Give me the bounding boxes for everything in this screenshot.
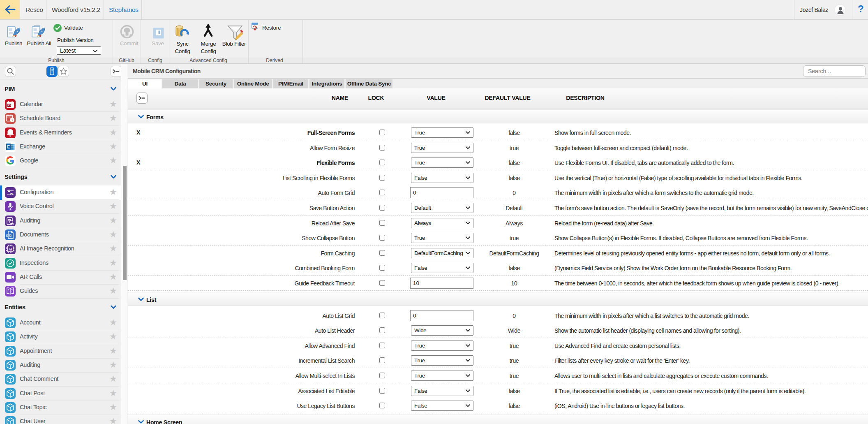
svg-text:E: E: [7, 145, 10, 149]
svg-text:25: 25: [8, 104, 11, 107]
svg-text:AI: AI: [9, 248, 12, 251]
svg-text:DOC: DOC: [7, 235, 11, 237]
